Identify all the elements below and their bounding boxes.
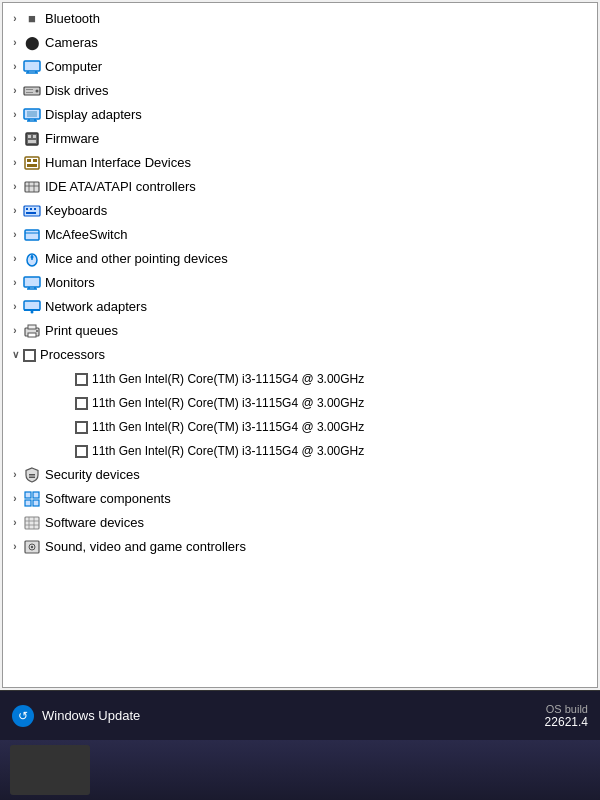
status-left: ↺ Windows Update — [12, 705, 140, 727]
chevron-icon[interactable]: › — [7, 539, 23, 555]
svg-rect-39 — [24, 301, 40, 310]
tree-item-keyboards[interactable]: › Keyboards — [3, 199, 597, 223]
svg-rect-6 — [26, 89, 33, 90]
svg-point-5 — [36, 90, 39, 93]
chevron-icon[interactable]: › — [7, 59, 23, 75]
device-manager: ›■Bluetooth›⬤Cameras› Computer› Disk dri… — [0, 0, 600, 800]
tree-item-computer[interactable]: › Computer — [3, 55, 597, 79]
tree-item-network[interactable]: › Network adapters — [3, 295, 597, 319]
mcafee-icon — [23, 226, 41, 244]
svg-point-59 — [31, 546, 33, 548]
tree-item-security[interactable]: › Security devices — [3, 463, 597, 487]
svg-rect-28 — [34, 208, 36, 210]
chevron-icon[interactable]: › — [7, 323, 23, 339]
chevron-icon[interactable]: › — [7, 155, 23, 171]
svg-rect-47 — [29, 477, 35, 479]
tree-item-proc1[interactable]: 11th Gen Intel(R) Core(TM) i3-1115G4 @ 3… — [3, 367, 597, 391]
tree-item-label: 11th Gen Intel(R) Core(TM) i3-1115G4 @ 3… — [92, 441, 364, 461]
tree-item-label: Keyboards — [45, 201, 107, 221]
chevron-icon[interactable] — [59, 371, 75, 387]
chevron-icon[interactable]: › — [7, 467, 23, 483]
chevron-icon[interactable] — [59, 419, 75, 435]
chevron-icon[interactable]: › — [7, 83, 23, 99]
tree-item-proc2[interactable]: 11th Gen Intel(R) Core(TM) i3-1115G4 @ 3… — [3, 391, 597, 415]
svg-rect-48 — [25, 492, 31, 498]
svg-rect-50 — [25, 500, 31, 506]
tree-item-proc3[interactable]: 11th Gen Intel(R) Core(TM) i3-1115G4 @ 3… — [3, 415, 597, 439]
software-dev-icon — [23, 514, 41, 532]
tree-item-display-adapters[interactable]: › Display adapters — [3, 103, 597, 127]
svg-rect-29 — [26, 212, 36, 214]
tree-item-label: Sound, video and game controllers — [45, 537, 246, 557]
svg-point-41 — [31, 311, 34, 314]
svg-rect-52 — [25, 517, 39, 529]
svg-rect-30 — [25, 230, 39, 240]
computer-icon — [23, 58, 41, 76]
tree-item-processors[interactable]: ∨Processors — [3, 343, 597, 367]
tree-item-human-interface[interactable]: › Human Interface Devices — [3, 151, 597, 175]
svg-rect-44 — [28, 333, 36, 337]
tree-item-mcafee[interactable]: › McAfeeSwitch — [3, 223, 597, 247]
tree-item-label: Software components — [45, 489, 171, 509]
tree-item-disk-drives[interactable]: › Disk drives — [3, 79, 597, 103]
svg-rect-14 — [28, 135, 31, 138]
svg-rect-25 — [24, 206, 40, 216]
chevron-icon[interactable]: › — [7, 515, 23, 531]
os-build-label: OS build — [545, 703, 588, 715]
tree-item-monitors[interactable]: › Monitors — [3, 271, 597, 295]
chevron-icon[interactable]: › — [7, 275, 23, 291]
status-right: OS build 22621.4 — [545, 703, 588, 729]
os-build-value: 22621.4 — [545, 715, 588, 729]
tree-item-label: 11th Gen Intel(R) Core(TM) i3-1115G4 @ 3… — [92, 393, 364, 413]
tree-item-mice[interactable]: › Mice and other pointing devices — [3, 247, 597, 271]
chevron-icon[interactable]: › — [7, 179, 23, 195]
chevron-icon[interactable] — [59, 395, 75, 411]
device-tree[interactable]: ›■Bluetooth›⬤Cameras› Computer› Disk dri… — [2, 2, 598, 688]
svg-rect-27 — [30, 208, 32, 210]
chevron-icon[interactable]: › — [7, 203, 23, 219]
chevron-icon[interactable]: › — [7, 491, 23, 507]
ide-icon — [23, 178, 41, 196]
tree-item-label: Network adapters — [45, 297, 147, 317]
chevron-icon[interactable]: › — [7, 35, 23, 51]
tree-item-proc4[interactable]: 11th Gen Intel(R) Core(TM) i3-1115G4 @ 3… — [3, 439, 597, 463]
tree-item-label: Processors — [40, 345, 105, 365]
chevron-icon[interactable]: › — [7, 11, 23, 27]
svg-rect-26 — [26, 208, 28, 210]
taskbar — [0, 740, 600, 800]
tree-item-bluetooth[interactable]: ›■Bluetooth — [3, 7, 597, 31]
hid-icon — [23, 154, 41, 172]
chevron-icon[interactable]: › — [7, 131, 23, 147]
chevron-icon[interactable]: ∨ — [7, 347, 23, 363]
mouse-icon — [23, 250, 41, 268]
svg-rect-35 — [24, 277, 40, 287]
tree-item-label: 11th Gen Intel(R) Core(TM) i3-1115G4 @ 3… — [92, 369, 364, 389]
chevron-icon[interactable]: › — [7, 299, 23, 315]
tree-item-sound[interactable]: › Sound, video and game controllers — [3, 535, 597, 559]
chevron-icon[interactable]: › — [7, 107, 23, 123]
svg-rect-7 — [26, 92, 33, 93]
chevron-icon[interactable]: › — [7, 227, 23, 243]
chevron-icon[interactable]: › — [7, 251, 23, 267]
tree-item-ide[interactable]: › IDE ATA/ATAPI controllers — [3, 175, 597, 199]
svg-rect-18 — [27, 159, 31, 162]
circle-icon: ■ — [23, 10, 41, 28]
svg-rect-19 — [33, 159, 37, 162]
taskbar-thumbnail — [10, 745, 90, 795]
tree-item-cameras[interactable]: ›⬤Cameras — [3, 31, 597, 55]
tree-item-software-components[interactable]: › Software components — [3, 487, 597, 511]
windows-update-label: Windows Update — [42, 708, 140, 723]
disk-icon — [23, 82, 41, 100]
chevron-icon[interactable] — [59, 443, 75, 459]
tree-item-label: Monitors — [45, 273, 95, 293]
svg-rect-17 — [25, 157, 39, 169]
tree-item-firmware[interactable]: › Firmware — [3, 127, 597, 151]
tree-item-label: Software devices — [45, 513, 144, 533]
tree-item-software-devices[interactable]: › Software devices — [3, 511, 597, 535]
keyboard-icon — [23, 202, 41, 220]
tree-item-label: Firmware — [45, 129, 99, 149]
tree-item-print[interactable]: › Print queues — [3, 319, 597, 343]
tree-item-label: 11th Gen Intel(R) Core(TM) i3-1115G4 @ 3… — [92, 417, 364, 437]
svg-rect-21 — [25, 182, 39, 192]
tree-item-label: Security devices — [45, 465, 140, 485]
